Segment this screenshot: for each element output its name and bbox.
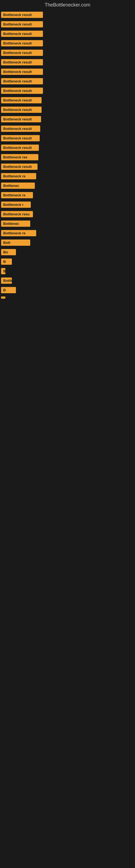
bottleneck-badge-20: Bottleneck re [1,192,33,198]
bottleneck-badge-19: Bottlenec [1,183,35,189]
bottleneck-row-7: Bottleneck result [1,67,134,76]
bottleneck-row-12: Bottleneck result [1,115,134,124]
bottleneck-row-10: Bottleneck result [1,95,134,105]
bottleneck-badge-7: Bottleneck result [1,69,43,75]
bottleneck-badge-1: Bottleneck result [1,12,43,18]
bottleneck-badge-30: B [1,287,16,293]
bottleneck-row-25: Bott [1,238,134,247]
bottleneck-badge-6: Bottleneck result [1,59,43,65]
bottleneck-badge-27: B [1,258,12,265]
bottleneck-badge-11: Bottleneck result [1,106,42,113]
bottleneck-badge-25: Bott [1,240,30,246]
bottleneck-row-1: Bottleneck result [1,10,134,20]
bottleneck-row-20: Bottleneck re [1,190,134,200]
bottleneck-badge-9: Bottleneck result [1,88,43,94]
bottleneck-badge-26: Bo [1,249,16,255]
bottleneck-row-8: Bottleneck result [1,76,134,86]
bottleneck-badge-3: Bottleneck result [1,31,43,37]
bottleneck-badge-23: Bottlenec [1,220,30,227]
bottleneck-badge-22: Bottleneck resu [1,211,33,217]
bottleneck-row-3: Bottleneck result [1,29,134,38]
bottleneck-badge-10: Bottleneck result [1,97,42,103]
bottleneck-row-9: Bottleneck result [1,86,134,95]
bottleneck-row-11: Bottleneck result [1,105,134,115]
bottleneck-row-21: Bottleneck r [1,200,134,209]
bottleneck-row-18: Bottleneck re [1,172,134,181]
bottleneck-badge-18: Bottleneck re [1,173,36,179]
bottleneck-row-5: Bottleneck result [1,48,134,58]
bottleneck-badge-13: Bottleneck result [1,126,40,132]
bottleneck-row-31 [1,295,134,300]
bottleneck-badge-12: Bottleneck result [1,116,41,122]
bottleneck-row-30: B [1,285,134,295]
bottleneck-badge-24: Bottleneck re [1,230,36,236]
bottleneck-badge-5: Bottleneck result [1,50,43,56]
bottleneck-row-19: Bottlenec [1,181,134,190]
bottleneck-row-15: Bottleneck result [1,143,134,152]
site-title: TheBottlenecker.com [1,0,134,10]
bottleneck-badge-8: Bottleneck result [1,78,43,84]
bottleneck-row-16: Bottleneck res [1,152,134,162]
bottleneck-row-22: Bottleneck resu [1,209,134,219]
bottleneck-badge-17: Bottleneck result [1,163,38,170]
bottleneck-row-13: Bottleneck result [1,124,134,133]
bottleneck-badge-15: Bottleneck result [1,145,39,151]
bottleneck-row-14: Bottleneck result [1,133,134,143]
bottleneck-badge-31 [1,297,5,299]
bottleneck-row-2: Bottleneck result [1,20,134,29]
bottleneck-badge-14: Bottleneck result [1,135,40,141]
bottleneck-badge-28: Bo [1,268,5,274]
bottleneck-row-6: Bottleneck result [1,58,134,67]
bottleneck-row-24: Bottleneck re [1,228,134,238]
bottleneck-row-17: Bottleneck result [1,162,134,172]
bottleneck-badge-4: Bottleneck result [1,40,43,46]
bottleneck-row-29: Bottle [1,276,134,285]
bottleneck-row-4: Bottleneck result [1,38,134,48]
bottleneck-row-26: Bo [1,247,134,257]
bottleneck-badge-29: Bottle [1,278,12,284]
bottleneck-badge-16: Bottleneck res [1,154,38,160]
bottleneck-badge-21: Bottleneck r [1,202,31,208]
bottleneck-badge-2: Bottleneck result [1,21,43,27]
bottleneck-row-27: B [1,257,134,267]
bottleneck-row-23: Bottlenec [1,219,134,228]
bottleneck-row-28: Bo [1,267,134,276]
